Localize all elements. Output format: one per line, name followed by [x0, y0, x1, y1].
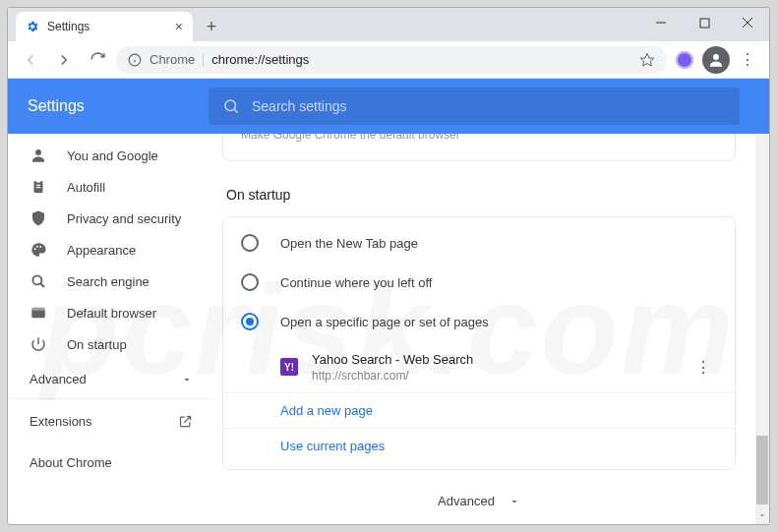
titlebar: Settings × +: [8, 8, 769, 41]
radio-icon: [241, 273, 259, 291]
omnibox-prefix: Chrome: [149, 52, 195, 67]
sidebar-item-appearance[interactable]: Appearance: [8, 234, 214, 266]
browser-icon: [30, 304, 47, 322]
svg-point-8: [713, 54, 719, 60]
main-region: You and Google Autofill Privacy and secu…: [8, 134, 769, 524]
address-bar: Chrome chrome://settings ⋮: [8, 41, 769, 79]
new-tab-button[interactable]: +: [199, 14, 224, 39]
svg-line-20: [40, 283, 44, 287]
svg-rect-22: [31, 308, 45, 311]
truncated-text: Make Google Chrome the default browser: [241, 134, 460, 142]
scrollbar-thumb[interactable]: [756, 436, 768, 504]
svg-rect-14: [36, 185, 41, 186]
forward-button[interactable]: [49, 45, 79, 75]
search-input[interactable]: [252, 98, 726, 114]
browser-tab[interactable]: Settings ×: [16, 12, 193, 41]
open-in-new-icon: [178, 414, 193, 429]
sidebar-item-search-engine[interactable]: Search engine: [8, 266, 214, 297]
sidebar-item-label: Search engine: [67, 274, 149, 289]
search-icon: [30, 272, 47, 290]
scrollbar[interactable]: [755, 134, 769, 524]
settings-app: Settings You and Google Autofill P: [8, 79, 769, 524]
svg-marker-7: [640, 53, 653, 66]
chevron-down-icon: [181, 374, 193, 385]
sidebar-extensions[interactable]: Extensions: [8, 399, 214, 443]
sidebar-advanced-toggle[interactable]: Advanced: [8, 360, 214, 399]
add-new-page-button[interactable]: Add a new page: [223, 392, 735, 428]
sidebar-item-label: Autofill: [67, 180, 105, 195]
clipboard-icon: [30, 178, 47, 196]
advanced-footer-label: Advanced: [438, 494, 495, 508]
sidebar: You and Google Autofill Privacy and secu…: [8, 134, 214, 524]
page-more-button[interactable]: ⋮: [689, 358, 717, 377]
advanced-footer-button[interactable]: Advanced: [222, 470, 736, 524]
sidebar-item-label: On startup: [67, 337, 127, 352]
settings-search[interactable]: [209, 88, 740, 125]
startup-card: Open the New Tab page Continue where you…: [222, 216, 736, 470]
option-label: Open a specific page or set of pages: [280, 315, 489, 329]
svg-point-17: [36, 246, 38, 248]
maximize-button[interactable]: [683, 8, 726, 37]
startup-page-title: Yahoo Search - Web Search: [312, 351, 676, 369]
sidebar-item-privacy[interactable]: Privacy and security: [8, 203, 214, 234]
sidebar-item-autofill[interactable]: Autofill: [8, 171, 214, 203]
startup-page-url: http://srchbar.com/: [312, 369, 676, 383]
tab-title: Settings: [47, 20, 90, 33]
sidebar-item-label: You and Google: [67, 148, 158, 163]
site-favicon: Y!: [280, 358, 298, 376]
svg-point-18: [39, 246, 41, 248]
use-current-pages-button[interactable]: Use current pages: [223, 428, 735, 463]
option-label: Open the New Tab page: [280, 236, 418, 251]
option-label: Continue where you left off: [280, 275, 432, 290]
extensions-label: Extensions: [30, 414, 92, 429]
radio-icon: [241, 234, 259, 252]
scroll-down-arrow[interactable]: [756, 508, 768, 522]
page-title: Settings: [28, 97, 185, 115]
chevron-down-icon: [508, 496, 520, 507]
svg-rect-15: [36, 187, 41, 188]
option-new-tab[interactable]: Open the New Tab page: [223, 223, 735, 263]
chrome-menu-button[interactable]: ⋮: [734, 50, 761, 69]
svg-point-9: [225, 100, 236, 111]
person-icon: [30, 147, 47, 164]
back-button[interactable]: [16, 45, 45, 75]
extension-icon[interactable]: [671, 46, 698, 74]
truncated-card: Make Google Chrome the default browser: [222, 134, 736, 161]
svg-rect-1: [700, 19, 709, 28]
site-info-icon: [128, 53, 142, 67]
svg-point-19: [32, 275, 41, 284]
power-icon: [30, 335, 47, 353]
bookmark-star-icon[interactable]: [639, 52, 655, 68]
omnibox[interactable]: Chrome chrome://settings: [116, 46, 667, 74]
option-continue[interactable]: Continue where you left off: [223, 263, 735, 302]
app-header: Settings: [8, 79, 769, 134]
search-icon: [222, 97, 240, 115]
content-panel: Make Google Chrome the default browser O…: [214, 134, 769, 524]
reload-button[interactable]: [83, 45, 112, 75]
minimize-button[interactable]: [639, 8, 683, 37]
advanced-label: Advanced: [30, 372, 87, 386]
svg-point-16: [34, 248, 36, 250]
sidebar-item-default-browser[interactable]: Default browser: [8, 297, 214, 328]
palette-icon: [30, 241, 47, 259]
startup-page-row: Y! Yahoo Search - Web Search http://srch…: [223, 341, 735, 392]
option-specific-pages[interactable]: Open a specific page or set of pages: [223, 302, 735, 341]
omnibox-divider: [203, 53, 204, 67]
close-window-button[interactable]: [726, 8, 769, 37]
svg-point-11: [35, 149, 41, 155]
gear-icon: [26, 20, 39, 33]
sidebar-item-you-and-google[interactable]: You and Google: [8, 140, 214, 171]
profile-avatar[interactable]: [702, 46, 730, 74]
radio-checked-icon: [241, 313, 259, 330]
sidebar-item-label: Privacy and security: [67, 211, 181, 226]
close-tab-icon[interactable]: ×: [175, 20, 183, 33]
shield-icon: [30, 209, 47, 227]
svg-line-10: [234, 109, 237, 112]
sidebar-item-on-startup[interactable]: On startup: [8, 328, 214, 360]
sidebar-item-label: Default browser: [67, 306, 156, 321]
sidebar-about[interactable]: About Chrome: [8, 443, 214, 482]
browser-window: Settings × + Chrome chrome://settings ⋮ …: [7, 7, 770, 525]
section-title: On startup: [226, 187, 732, 203]
svg-rect-13: [36, 180, 41, 183]
omnibox-url: chrome://settings: [211, 52, 309, 67]
